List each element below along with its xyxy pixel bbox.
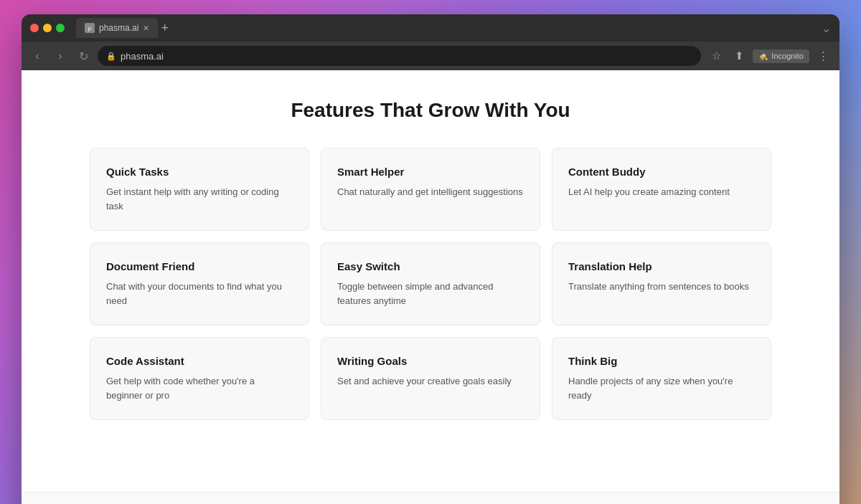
feature-card-writing-goals: Writing Goals Set and achieve your creat… — [321, 337, 540, 420]
feature-title-0: Quick Tasks — [106, 166, 293, 178]
browser-window: p phasma.ai ✕ + ⌄ ‹ › ↻ 🔒 phasma.ai ☆ ⬆ … — [22, 14, 839, 504]
incognito-button[interactable]: 🕵 Incognito — [753, 49, 809, 63]
feature-card-smart-helper: Smart Helper Chat naturally and get inte… — [321, 148, 540, 231]
feature-card-quick-tasks: Quick Tasks Get instant help with any wr… — [90, 148, 309, 231]
feature-title-4: Easy Switch — [337, 260, 524, 272]
traffic-lights — [30, 24, 65, 32]
feature-title-2: Content Buddy — [568, 166, 755, 178]
feature-card-code-assistant: Code Assistant Get help with code whethe… — [90, 337, 309, 420]
forward-button[interactable]: › — [52, 49, 69, 62]
browser-toolbar: ‹ › ↻ 🔒 phasma.ai ☆ ⬆ 🕵 Incognito ⋮ — [22, 42, 839, 70]
bookmark-icon[interactable]: ☆ — [707, 49, 725, 62]
incognito-label: Incognito — [771, 52, 804, 60]
footer: Phasma - Early Access AI-powered tool su… — [22, 492, 839, 504]
reload-button[interactable]: ↻ — [75, 49, 92, 63]
feature-desc-1: Chat naturally and get intelligent sugge… — [337, 185, 524, 199]
close-button[interactable] — [30, 24, 39, 32]
tab-title: phasma.ai — [99, 23, 138, 33]
feature-desc-5: Translate anything from sentences to boo… — [568, 280, 755, 294]
feature-card-think-big: Think Big Handle projects of any size wh… — [552, 337, 771, 420]
tab-favicon: p — [85, 23, 95, 33]
feature-desc-4: Toggle between simple and advanced featu… — [337, 280, 524, 308]
feature-desc-8: Handle projects of any size when you're … — [568, 374, 755, 402]
feature-card-content-buddy: Content Buddy Let AI help you create ama… — [552, 148, 771, 231]
tab-close-icon[interactable]: ✕ — [143, 24, 149, 33]
page-title: Features That Grow With You — [65, 99, 796, 122]
maximize-button[interactable] — [56, 24, 65, 32]
feature-card-easy-switch: Easy Switch Toggle between simple and ad… — [321, 242, 540, 325]
page-content: Features That Grow With You Quick Tasks … — [22, 70, 839, 492]
feature-title-5: Translation Help — [568, 260, 755, 272]
feature-desc-6: Get help with code whether you're a begi… — [106, 374, 293, 402]
address-bar[interactable]: 🔒 phasma.ai — [98, 46, 701, 66]
feature-desc-0: Get instant help with any writing or cod… — [106, 185, 293, 213]
incognito-icon: 🕵 — [758, 52, 768, 61]
window-controls-icon[interactable]: ⌄ — [822, 22, 831, 35]
browser-titlebar: p phasma.ai ✕ + ⌄ — [22, 14, 839, 42]
new-tab-button[interactable]: + — [161, 21, 169, 36]
url-text: phasma.ai — [121, 51, 164, 62]
tab-bar: p phasma.ai ✕ + — [76, 18, 816, 38]
lock-icon: 🔒 — [106, 52, 116, 61]
feature-title-6: Code Assistant — [106, 355, 293, 367]
minimize-button[interactable] — [43, 24, 52, 32]
active-tab[interactable]: p phasma.ai ✕ — [76, 18, 158, 38]
feature-card-document-friend: Document Friend Chat with your documents… — [90, 242, 309, 325]
feature-title-8: Think Big — [568, 355, 755, 367]
menu-icon[interactable]: ⋮ — [814, 49, 832, 62]
toolbar-actions: ☆ ⬆ 🕵 Incognito ⋮ — [707, 49, 832, 63]
feature-desc-3: Chat with your documents to find what yo… — [106, 280, 293, 308]
extension-icon[interactable]: ⬆ — [730, 49, 748, 62]
back-button[interactable]: ‹ — [29, 49, 46, 62]
feature-title-7: Writing Goals — [337, 355, 524, 367]
feature-desc-7: Set and achieve your creative goals easi… — [337, 374, 524, 389]
feature-desc-2: Let AI help you create amazing content — [568, 185, 755, 199]
feature-title-3: Document Friend — [106, 260, 293, 272]
feature-title-1: Smart Helper — [337, 166, 524, 178]
feature-card-translation-help: Translation Help Translate anything from… — [552, 242, 771, 325]
features-grid: Quick Tasks Get instant help with any wr… — [90, 148, 771, 420]
